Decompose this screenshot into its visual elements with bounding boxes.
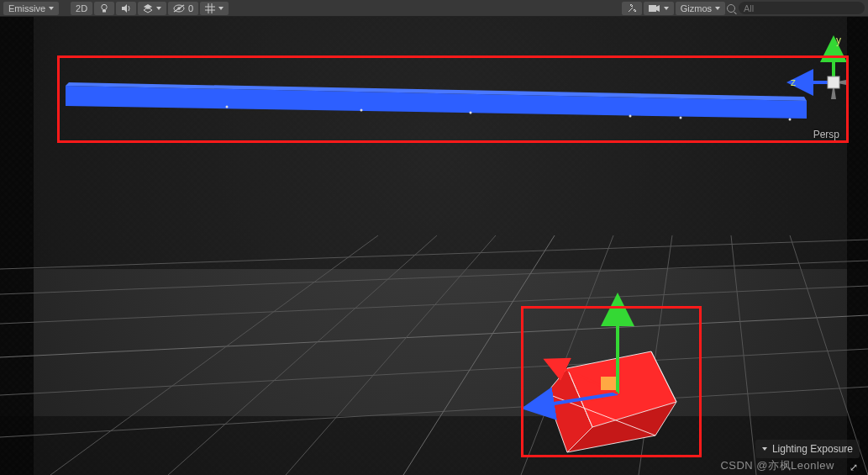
draw-mode-dropdown[interactable]: Emissive: [3, 2, 59, 15]
chevron-down-icon: [156, 7, 161, 10]
draw-mode-label: Emissive: [8, 3, 45, 13]
scene-viewport[interactable]: y z Persp: [0, 17, 868, 475]
mode-2d-toggle[interactable]: 2D: [71, 2, 92, 15]
svg-marker-3: [144, 4, 152, 9]
chevron-down-icon: [49, 7, 54, 10]
svg-rect-1: [103, 10, 106, 13]
axis-y-label: y: [836, 34, 841, 46]
hidden-count-label: 0: [188, 3, 193, 13]
search-wrap: [727, 2, 865, 14]
lighting-exposure-label: Lighting Exposure: [772, 443, 853, 455]
chevron-down-icon: [664, 7, 669, 10]
tools-icon: [627, 3, 637, 13]
expand-icon[interactable]: ⤢: [850, 462, 858, 473]
speaker-icon: [121, 3, 131, 13]
chevron-down-icon: [218, 7, 224, 10]
svg-point-0: [102, 4, 107, 9]
camera-dropdown[interactable]: [644, 2, 674, 15]
layers-icon: [143, 3, 153, 13]
hidden-objects-button[interactable]: 0: [168, 2, 198, 15]
grid-dropdown[interactable]: [200, 2, 229, 15]
eye-off-icon: [173, 4, 185, 13]
svg-marker-9: [656, 5, 660, 12]
grid-icon: [205, 3, 215, 13]
audio-toggle[interactable]: [116, 2, 136, 15]
svg-marker-2: [122, 4, 127, 13]
annotation-box-slab: [57, 55, 849, 143]
chevron-down-icon: [762, 447, 767, 451]
tools-button[interactable]: [622, 2, 642, 15]
gizmos-dropdown[interactable]: Gizmos: [676, 2, 725, 15]
gizmos-label: Gizmos: [681, 3, 712, 13]
scene-toolbar: Emissive 2D 0: [0, 0, 868, 17]
lighting-toggle[interactable]: [94, 2, 114, 15]
search-icon: [727, 4, 735, 13]
annotation-box-cube: [521, 306, 702, 457]
lighting-exposure-panel[interactable]: Lighting Exposure: [755, 440, 860, 458]
camera-icon: [649, 4, 660, 13]
effects-dropdown[interactable]: [138, 2, 166, 15]
search-input[interactable]: [739, 2, 865, 14]
lightbulb-icon: [99, 3, 109, 13]
svg-rect-8: [649, 5, 656, 12]
mode-2d-label: 2D: [76, 3, 87, 13]
chevron-down-icon: [715, 7, 720, 10]
